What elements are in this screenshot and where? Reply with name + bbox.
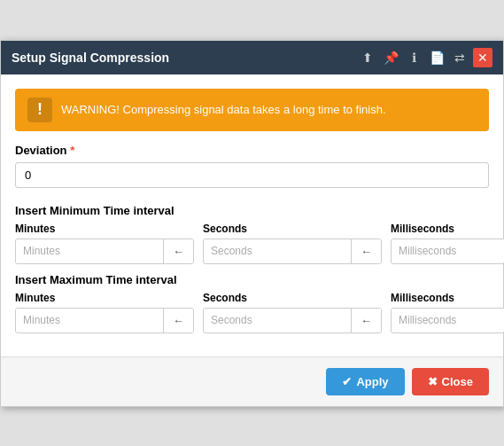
max-minutes-back-button[interactable]: ← [163, 309, 193, 333]
max-minutes-label: Minutes [15, 292, 194, 304]
min-milliseconds-group: ← [391, 239, 504, 264]
deviation-input[interactable] [15, 162, 489, 188]
max-minutes-group: ← [15, 308, 194, 333]
deviation-label: Deviation * [15, 144, 489, 157]
min-milliseconds-col: Milliseconds ← [391, 223, 504, 264]
max-minutes-col: Minutes ← [15, 292, 194, 333]
warning-icon: ! [27, 98, 52, 122]
min-minutes-label: Minutes [15, 223, 194, 235]
titlebar-icons: ⬆ 📌 ℹ 📄 ⇄ ✕ [358, 48, 492, 67]
dialog: Setup Signal Compression ⬆ 📌 ℹ 📄 ⇄ ✕ ! W… [0, 40, 504, 407]
max-milliseconds-col: Milliseconds ← [391, 292, 504, 333]
max-seconds-label: Seconds [203, 292, 382, 304]
apply-button[interactable]: ✔ Apply [326, 368, 404, 395]
close-x-icon: ✖ [428, 375, 438, 388]
dialog-body: ! WARNING! Compressing signal data takes… [1, 74, 503, 356]
close-icon[interactable]: ✕ [473, 48, 492, 67]
min-seconds-col: Seconds ← [203, 223, 382, 264]
max-milliseconds-group: ← [391, 308, 504, 333]
close-label: Close [442, 375, 473, 388]
apply-label: Apply [356, 375, 388, 388]
max-seconds-back-button[interactable]: ← [351, 309, 381, 333]
min-minutes-input[interactable] [16, 239, 163, 262]
min-seconds-group: ← [203, 239, 382, 264]
max-time-row: Minutes ← Seconds ← Milliseconds ← [15, 292, 489, 333]
max-section-title: Insert Maximum Time interval [15, 273, 489, 286]
export-icon[interactable]: ⬆ [358, 48, 377, 67]
dialog-title: Setup Signal Compression [12, 51, 169, 65]
min-minutes-back-button[interactable]: ← [163, 239, 193, 263]
required-marker: * [70, 144, 74, 157]
close-button[interactable]: ✖ Close [412, 368, 489, 395]
max-seconds-group: ← [203, 308, 382, 333]
swap-icon[interactable]: ⇄ [450, 48, 469, 67]
document-icon[interactable]: 📄 [427, 48, 446, 67]
min-seconds-input[interactable] [204, 239, 351, 262]
min-time-row: Minutes ← Seconds ← Milliseconds ← [15, 223, 489, 264]
min-minutes-group: ← [15, 239, 194, 264]
warning-text: WARNING! Compressing signal data takes a… [61, 103, 386, 116]
apply-check-icon: ✔ [342, 375, 352, 388]
min-milliseconds-label: Milliseconds [391, 223, 504, 235]
max-seconds-input[interactable] [204, 309, 351, 332]
max-milliseconds-label: Milliseconds [391, 292, 504, 304]
min-minutes-col: Minutes ← [15, 223, 194, 264]
dialog-footer: ✔ Apply ✖ Close [1, 356, 503, 406]
titlebar: Setup Signal Compression ⬆ 📌 ℹ 📄 ⇄ ✕ [1, 41, 503, 74]
min-section-title: Insert Minimum Time interval [15, 204, 489, 217]
pin-icon[interactable]: 📌 [381, 48, 400, 67]
max-milliseconds-input[interactable] [392, 309, 504, 332]
info-icon[interactable]: ℹ [404, 48, 423, 67]
min-milliseconds-input[interactable] [392, 239, 504, 262]
max-seconds-col: Seconds ← [203, 292, 382, 333]
warning-box: ! WARNING! Compressing signal data takes… [15, 89, 489, 131]
min-seconds-label: Seconds [203, 223, 382, 235]
min-seconds-back-button[interactable]: ← [351, 239, 381, 263]
max-minutes-input[interactable] [16, 309, 163, 332]
